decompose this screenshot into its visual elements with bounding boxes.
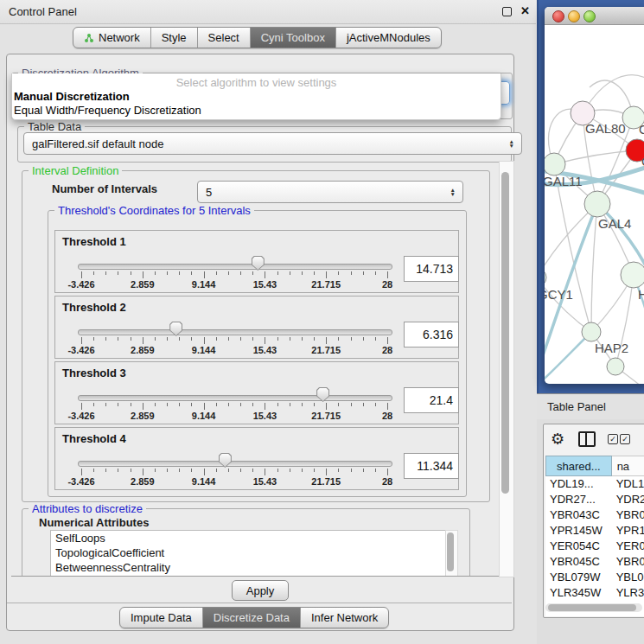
close-icon[interactable]: ✕ bbox=[520, 4, 530, 17]
column-header-1[interactable]: shared... bbox=[545, 456, 612, 476]
attributes-list-scrollbar[interactable] bbox=[445, 530, 458, 577]
tab-infer-network[interactable]: Infer Network bbox=[301, 608, 388, 628]
network-node-gal4[interactable] bbox=[584, 191, 610, 217]
table-cell: YPR145W bbox=[545, 523, 612, 539]
thresholds-group: Threshold's Coordinates for 5 Intervals … bbox=[48, 210, 467, 497]
attribute-item[interactable]: SelfLoops bbox=[51, 531, 446, 545]
numerical-attributes-list[interactable]: SelfLoopsTopologicalCoefficientBetweenne… bbox=[50, 530, 447, 577]
checkbox-icon[interactable]: ✓ bbox=[608, 434, 618, 444]
tick-label: -3.426 bbox=[67, 345, 94, 355]
tab-label: Select bbox=[208, 31, 239, 44]
network-node-gcy1[interactable] bbox=[545, 268, 546, 287]
tab-discretize-data[interactable]: Discretize Data bbox=[203, 608, 301, 628]
table-row[interactable]: YLR345WYLR3 bbox=[545, 585, 644, 601]
tab-jactivemnodules[interactable]: jActiveMNodules bbox=[336, 28, 441, 48]
table-row[interactable]: YBL079WYBL0 bbox=[545, 570, 644, 585]
algorithm-option-manual[interactable]: Manual Discretization bbox=[14, 90, 130, 103]
table-row[interactable]: YER054CYER0 bbox=[545, 539, 644, 554]
slider-track[interactable] bbox=[78, 264, 392, 270]
slider-track[interactable] bbox=[78, 395, 392, 401]
slider-track[interactable] bbox=[78, 329, 392, 335]
network-edge[interactable] bbox=[554, 150, 637, 164]
network-canvas[interactable]: GAL80GACGAL11GAL4GCY1HHAP2 bbox=[545, 25, 644, 384]
close-traffic-light-icon[interactable] bbox=[552, 10, 564, 22]
slider-ticks: -3.4262.8599.14415.4321.71528 bbox=[81, 403, 387, 420]
table-row[interactable]: YPR145WYPR1 bbox=[545, 523, 644, 539]
network-node-hap2[interactable] bbox=[582, 322, 601, 341]
threshold-box-2: Threshold 2-3.4262.8599.14415.4321.71528… bbox=[54, 296, 459, 359]
attributes-group-title: Attributes to discretize bbox=[29, 502, 146, 515]
slider-track[interactable] bbox=[78, 461, 392, 467]
table-cell: YDR2 bbox=[612, 492, 644, 507]
algorithm-hint: Select algorithm to view settings bbox=[12, 76, 501, 89]
combo-arrows-icon: ▲▼ bbox=[509, 139, 514, 148]
settings-scrollbar-thumb[interactable] bbox=[501, 172, 509, 494]
checkbox-icon[interactable]: ✓ bbox=[620, 434, 630, 444]
float-window-icon[interactable] bbox=[502, 7, 512, 16]
table-row[interactable]: YDR27...YDR2 bbox=[545, 492, 644, 507]
numerical-attributes-label: Numerical Attributes bbox=[39, 516, 149, 529]
threshold-value-field[interactable]: 14.713 bbox=[404, 256, 459, 282]
tab-select[interactable]: Select bbox=[198, 28, 251, 48]
app-root: Control Panel ✕ NetworkStyleSelectCyni T… bbox=[0, 0, 644, 644]
network-window[interactable]: GAL80GACGAL11GAL4GCY1HHAP2 bbox=[545, 7, 644, 384]
tab-impute-data[interactable]: Impute Data bbox=[120, 608, 203, 628]
table-row[interactable]: YBR043CYBR0 bbox=[545, 507, 644, 523]
network-edge[interactable] bbox=[545, 204, 597, 277]
threshold-value-field[interactable]: 11.344 bbox=[404, 453, 459, 479]
gear-icon[interactable]: ⚙ bbox=[551, 430, 564, 449]
network-node-h[interactable] bbox=[621, 262, 644, 288]
table-data-combobox[interactable]: galFiltered.sif default node ▲▼ bbox=[23, 132, 522, 155]
network-window-titlebar[interactable] bbox=[545, 7, 644, 25]
algorithm-option-equal-width[interactable]: Equal Width/Frequency Discretization bbox=[14, 104, 201, 117]
settings-scrollbar[interactable] bbox=[499, 161, 514, 577]
zoom-traffic-light-icon[interactable] bbox=[583, 10, 596, 22]
network-edge[interactable] bbox=[545, 332, 591, 384]
slider-ticks: -3.4262.8599.14415.4321.71528 bbox=[81, 337, 387, 354]
node-label: H bbox=[638, 287, 644, 302]
network-node[interactable] bbox=[607, 358, 624, 375]
node-label: GAL11 bbox=[545, 174, 583, 188]
num-intervals-spinner[interactable]: 5 ▲▼ bbox=[197, 181, 463, 203]
table-row[interactable]: YDL19...YDL1 bbox=[545, 476, 644, 492]
tick-label: 28 bbox=[382, 345, 392, 355]
minimize-traffic-light-icon[interactable] bbox=[568, 10, 580, 22]
tick-label: 2.859 bbox=[131, 476, 155, 487]
spinner-arrows-icon: ▲▼ bbox=[450, 188, 456, 196]
threshold-value-field[interactable]: 6.316 bbox=[404, 322, 459, 348]
table-row[interactable]: YBR045CYBR0 bbox=[545, 554, 644, 570]
thresholds-group-title: Threshold's Coordinates for 5 Intervals bbox=[54, 204, 254, 217]
tab-label: Infer Network bbox=[311, 611, 378, 624]
network-graph: GAL80GACGAL11GAL4GCY1HHAP2 bbox=[545, 25, 644, 384]
table-cell: YDL19... bbox=[545, 476, 612, 492]
tick-label: 21.715 bbox=[311, 411, 341, 421]
apply-button[interactable]: Apply bbox=[232, 580, 289, 601]
tab-label: Discretize Data bbox=[214, 611, 290, 624]
attribute-item[interactable]: TopologicalCoefficient bbox=[51, 545, 446, 560]
table-panel-titlebar: Table Panel bbox=[537, 393, 644, 420]
tab-network[interactable]: Network bbox=[73, 28, 151, 48]
tab-style[interactable]: Style bbox=[151, 28, 198, 48]
node-table-panel: ⚙ ✓ ✓ shared...na YDL19...YDL1YDR27...YD… bbox=[543, 424, 644, 618]
table-header-row: shared...na bbox=[545, 456, 644, 476]
tab-cyni-toolbox[interactable]: Cyni Toolbox bbox=[251, 28, 336, 48]
slider-ticks: -3.4262.8599.14415.4321.71528 bbox=[81, 271, 387, 289]
bottom-divider bbox=[7, 603, 512, 603]
tab-label: jActiveMNodules bbox=[347, 31, 430, 44]
split-columns-icon[interactable] bbox=[578, 431, 596, 447]
threshold-box-3: Threshold 3-3.4262.8599.14415.4321.71528… bbox=[54, 361, 459, 424]
threshold-value-field[interactable]: 21.4 bbox=[404, 387, 459, 413]
tick-label: 21.715 bbox=[311, 476, 341, 487]
tab-label: Impute Data bbox=[131, 611, 192, 624]
node-table: shared...na YDL19...YDL1YDR27...YDR2YBR0… bbox=[545, 456, 644, 617]
table-cell: YBL079W bbox=[545, 570, 612, 585]
tick-label: 15.43 bbox=[253, 345, 277, 355]
column-header-2[interactable]: na bbox=[612, 456, 644, 476]
table-cell: YBR043C bbox=[545, 507, 612, 523]
network-node-gal11[interactable] bbox=[545, 153, 565, 175]
slider-ticks: -3.4262.8599.14415.4321.71528 bbox=[81, 469, 387, 486]
table-horizontal-scrollbar[interactable] bbox=[545, 603, 642, 612]
attribute-item[interactable]: BetweennessCentrality bbox=[51, 560, 446, 575]
tab-label: Cyni Toolbox bbox=[261, 31, 325, 44]
network-edge[interactable] bbox=[591, 204, 597, 332]
